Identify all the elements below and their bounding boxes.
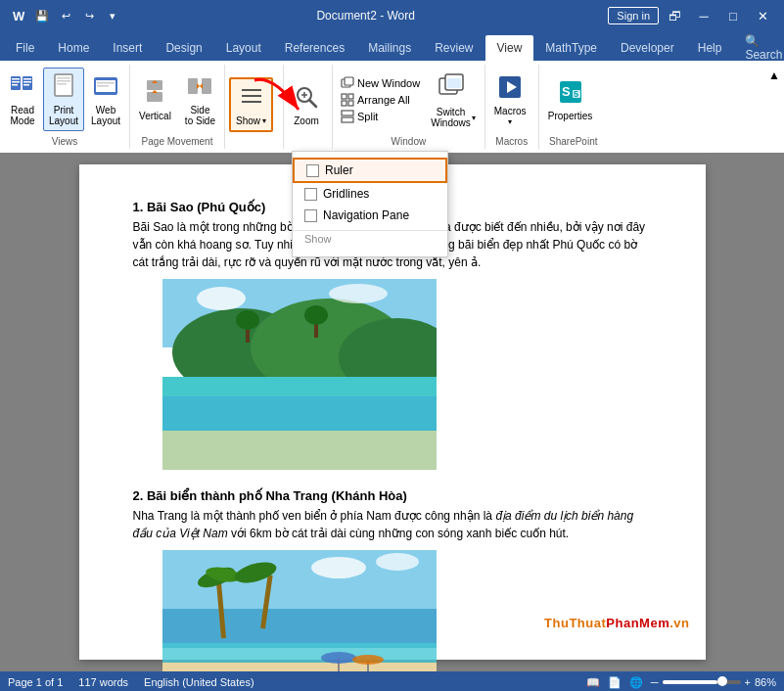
- arrange-all-button[interactable]: Arrange All: [337, 92, 424, 108]
- svg-rect-26: [242, 89, 261, 91]
- tab-references[interactable]: References: [273, 35, 356, 61]
- tab-help[interactable]: Help: [686, 35, 734, 61]
- svg-point-63: [304, 305, 328, 325]
- svg-marker-24: [197, 83, 200, 89]
- tab-review[interactable]: Review: [423, 35, 484, 61]
- save-quick-btn[interactable]: 💾: [31, 5, 53, 26]
- tab-design[interactable]: Design: [154, 35, 213, 61]
- read-mode-status-btn[interactable]: 📖: [586, 676, 600, 689]
- split-button[interactable]: Split: [337, 109, 424, 124]
- macros-group-label: Macros: [489, 134, 534, 147]
- svg-rect-27: [242, 95, 261, 97]
- close-btn[interactable]: ✕: [749, 2, 776, 29]
- undo-quick-btn[interactable]: ↩: [55, 5, 76, 26]
- window-group: New Window Arrange All Split: [333, 65, 485, 149]
- switch-windows-button[interactable]: SwitchWindows ▾: [426, 67, 481, 132]
- zoom-percent: 86%: [755, 676, 776, 688]
- restore-window-btn[interactable]: 🗗: [661, 2, 688, 29]
- split-label: Split: [357, 111, 378, 122]
- read-mode-button[interactable]: ReadMode: [4, 69, 41, 130]
- watermark: ThuThuatPhanMem.vn: [544, 616, 689, 630]
- navigation-pane-label: Navigation Pane: [323, 208, 409, 222]
- macros-group-buttons: Macros ▾: [489, 67, 534, 132]
- window-group-buttons: New Window Arrange All Split: [337, 67, 481, 132]
- zoom-bar: ─ + 86%: [651, 676, 776, 688]
- document-title: Document2 - Word: [123, 9, 608, 23]
- properties-button[interactable]: S 5 Properties: [543, 74, 598, 125]
- svg-rect-11: [57, 77, 70, 79]
- tab-home[interactable]: Home: [46, 35, 101, 61]
- svg-rect-28: [242, 101, 261, 103]
- tab-search[interactable]: 🔍 Search: [733, 35, 784, 61]
- tab-mailings[interactable]: Mailings: [356, 35, 423, 61]
- show-button[interactable]: Show ▾: [229, 77, 273, 132]
- redo-quick-btn[interactable]: ↪: [78, 5, 100, 26]
- zoom-button[interactable]: Zoom: [288, 79, 325, 130]
- ruler-checkbox[interactable]: [306, 164, 319, 177]
- zoom-thumb[interactable]: [717, 676, 727, 686]
- new-window-button[interactable]: New Window: [337, 75, 424, 91]
- svg-rect-57: [162, 431, 437, 470]
- macros-group: Macros ▾ Macros: [485, 65, 539, 149]
- svg-rect-19: [147, 92, 162, 102]
- svg-rect-8: [23, 81, 31, 83]
- section-2-title: 2. Bãi biển thành phố Nha Trang (Khánh H…: [133, 488, 652, 503]
- svg-rect-16: [97, 82, 115, 84]
- svg-text:W: W: [13, 9, 25, 23]
- status-bar-right: 📖 📄 🌐 ─ + 86%: [586, 676, 776, 689]
- show-dropdown: Ruler Gridlines Navigation Pane Show: [292, 151, 448, 257]
- page-status: Page 1 of 1: [8, 676, 63, 688]
- web-layout-label: WebLayout: [91, 105, 120, 126]
- gridlines-checkbox[interactable]: [304, 188, 317, 201]
- zoom-out-btn[interactable]: ─: [651, 676, 659, 688]
- zoom-icon: [293, 83, 320, 115]
- web-layout-icon: [92, 72, 119, 104]
- tab-developer[interactable]: Developer: [609, 35, 686, 61]
- tab-mathtype[interactable]: MathType: [533, 35, 609, 61]
- navigation-pane-item[interactable]: Navigation Pane: [293, 205, 447, 226]
- web-layout-button[interactable]: WebLayout: [86, 69, 125, 130]
- maximize-btn[interactable]: □: [719, 2, 747, 29]
- ribbon: ReadMode PrintLayout WebLayout Views: [0, 61, 784, 153]
- navigation-pane-checkbox[interactable]: [304, 209, 317, 222]
- ruler-item[interactable]: Ruler: [293, 158, 447, 183]
- tab-insert[interactable]: Insert: [101, 35, 154, 61]
- macros-label: Macros: [494, 106, 527, 116]
- arrange-all-label: Arrange All: [357, 94, 410, 106]
- side-to-side-label: Sideto Side: [185, 105, 215, 126]
- sign-in-button[interactable]: Sign in: [608, 7, 659, 24]
- read-mode-label: ReadMode: [10, 105, 34, 126]
- tab-file[interactable]: File: [4, 35, 46, 61]
- ruler-label: Ruler: [325, 163, 353, 177]
- side-to-side-icon: [186, 72, 213, 104]
- section-1-image: [162, 279, 652, 473]
- views-group-buttons: ReadMode PrintLayout WebLayout: [4, 67, 125, 132]
- svg-rect-17: [97, 85, 109, 87]
- svg-rect-4: [12, 78, 20, 80]
- svg-rect-35: [342, 94, 346, 99]
- new-window-label: New Window: [357, 77, 420, 89]
- print-layout-status-btn[interactable]: 📄: [608, 676, 622, 689]
- svg-text:S: S: [562, 84, 571, 99]
- page-movement-label: Page Movement: [134, 134, 220, 147]
- vertical-button[interactable]: Vertical: [134, 74, 176, 125]
- print-layout-button[interactable]: PrintLayout: [43, 68, 84, 131]
- ribbon-tab-bar: File Home Insert Design Layout Reference…: [0, 31, 784, 61]
- tab-view[interactable]: View: [485, 35, 534, 61]
- gridlines-label: Gridlines: [323, 187, 369, 201]
- print-layout-label: PrintLayout: [49, 105, 78, 126]
- svg-rect-23: [202, 78, 211, 94]
- macros-button[interactable]: Macros ▾: [489, 69, 531, 130]
- zoom-in-btn[interactable]: +: [745, 676, 751, 688]
- customize-quick-btn[interactable]: ▾: [102, 5, 123, 26]
- svg-marker-25: [200, 83, 203, 89]
- gridlines-item[interactable]: Gridlines: [293, 183, 447, 205]
- zoom-slider[interactable]: [663, 680, 741, 684]
- side-to-side-button[interactable]: Sideto Side: [180, 69, 220, 130]
- ribbon-collapse-btn[interactable]: ▲: [764, 65, 784, 86]
- switch-windows-label-row: SwitchWindows ▾: [431, 107, 476, 128]
- web-view-status-btn[interactable]: 🌐: [629, 676, 643, 689]
- minimize-btn[interactable]: ─: [690, 2, 717, 29]
- section-2: 2. Bãi biển thành phố Nha Trang (Khánh H…: [133, 488, 652, 671]
- tab-layout[interactable]: Layout: [214, 35, 273, 61]
